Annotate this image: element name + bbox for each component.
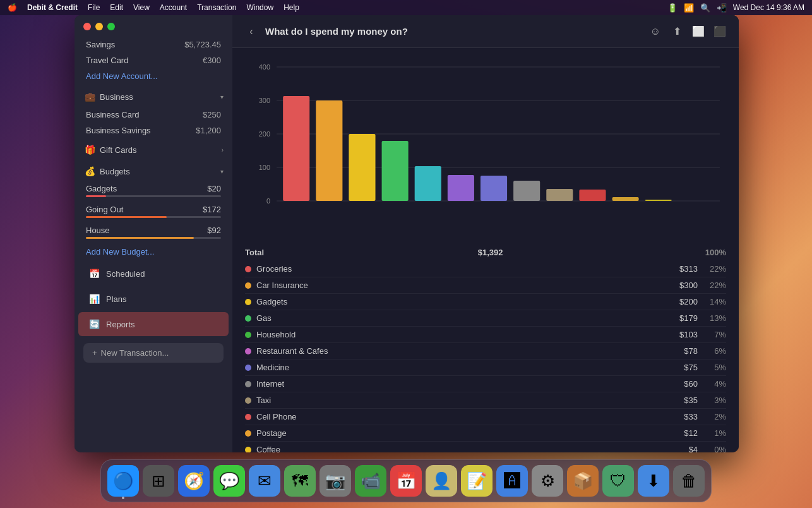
sidebar: Savings $5,723.45 Travel Card €300 Add N… (75, 15, 232, 452)
menu-file[interactable]: File (88, 3, 100, 12)
legend-total-row: Total $1,392 100% (245, 244, 726, 261)
dock-icon-safari[interactable]: 🧭 (178, 465, 210, 497)
emoji-button[interactable]: ☺ (647, 23, 664, 40)
legend-section: Total $1,392 100% Groceries $313 22% Car… (245, 244, 726, 452)
legend-amount: $179 (654, 313, 698, 323)
bar-chart: 400 300 200 100 0 (245, 54, 726, 231)
total-label: Total (245, 248, 264, 257)
plus-icon: + (92, 348, 97, 358)
travel-card-account[interactable]: Travel Card €300 (75, 52, 232, 68)
app-name[interactable]: Debit & Credit (27, 3, 78, 12)
business-section: 💼 Business ▾ Business Card $250 Business… (75, 85, 232, 140)
dock-icon-finder[interactable]: 🔵 (107, 465, 139, 497)
legend-dot (245, 430, 251, 437)
dock-icon-messages[interactable]: 💬 (213, 465, 245, 497)
legend-label-group: Taxi (245, 396, 654, 405)
minimize-button[interactable] (95, 23, 103, 30)
menubar-left: 🍎 Debit & Credit File Edit View Account … (8, 3, 299, 12)
chart-svg: 400 300 200 100 0 (245, 54, 726, 231)
svg-rect-19 (579, 190, 606, 201)
dock-icon-facetime[interactable]: 📹 (355, 465, 386, 497)
dock: 🔵⊞🧭💬✉🗺📷📹📅👤📝🅰⚙📦🛡⬇🗑 (0, 456, 812, 508)
legend-label-group: Postage (245, 428, 654, 438)
dock-icon-downloads[interactable]: ⬇ (638, 465, 669, 497)
svg-rect-12 (349, 134, 375, 201)
svg-rect-14 (415, 166, 441, 201)
legend-pct: 22% (698, 281, 726, 290)
plans-icon: 📊 (87, 292, 101, 306)
business-icon: 💼 (83, 90, 96, 103)
legend-label-group: Gas (245, 313, 654, 323)
going-out-budget[interactable]: Going Out $172 (75, 202, 232, 223)
dock-icon-system-preferences[interactable]: ⚙ (532, 465, 563, 497)
add-budget-link[interactable]: Add New Budget... (75, 244, 232, 260)
main-content: ‹ What do I spend my money on? ☺ ⬆ ⬜ ⬛ (232, 15, 739, 452)
menu-transaction[interactable]: Transaction (197, 3, 236, 12)
svg-text:200: 200 (259, 130, 270, 138)
svg-rect-21 (645, 200, 672, 201)
menu-edit[interactable]: Edit (110, 3, 123, 12)
new-transaction-button[interactable]: + New Transaction... (83, 343, 224, 363)
dock-icon-calendar[interactable]: 📅 (390, 465, 422, 497)
savings-account[interactable]: Savings $5,723.45 (75, 37, 232, 52)
legend-pct: 2% (698, 412, 726, 421)
business-chevron: ▾ (220, 94, 224, 100)
dock-icon-appstore[interactable]: 🅰 (496, 465, 528, 497)
svg-rect-11 (316, 100, 342, 201)
legend-dot (245, 381, 251, 387)
svg-rect-17 (513, 181, 540, 201)
back-button[interactable]: ‹ (242, 23, 260, 40)
budgets-header[interactable]: 💰 Budgets ▾ (75, 161, 232, 181)
apple-menu[interactable]: 🍎 (8, 3, 17, 12)
share-button[interactable]: ⬆ (668, 23, 686, 40)
gift-cards-header[interactable]: 🎁 Gift Cards › (75, 140, 232, 160)
sidebar-item-scheduled[interactable]: 📅 Scheduled (78, 262, 229, 286)
dock-icon-maps[interactable]: 🗺 (284, 465, 316, 497)
legend-name: Medicine (256, 363, 289, 372)
dock-icon-launchpad[interactable]: ⊞ (143, 465, 174, 497)
menu-account[interactable]: Account (160, 3, 187, 12)
dock-icon-airdrop[interactable]: 📦 (567, 465, 599, 497)
gift-cards-left: 🎁 Gift Cards (83, 143, 137, 156)
close-button[interactable] (83, 23, 91, 30)
legend-name: Gadgets (256, 297, 287, 306)
toolbar-left: ‹ What do I spend my money on? (242, 23, 408, 40)
legend-row: Medicine $75 5% (245, 360, 726, 376)
legend-amount: $35 (654, 396, 698, 405)
sidebar-item-plans[interactable]: 📊 Plans (78, 287, 229, 311)
going-out-label: Going Out (86, 205, 123, 214)
reports-icon: 🔄 (87, 317, 101, 331)
print-button[interactable]: ⬜ (690, 23, 707, 40)
menu-help[interactable]: Help (284, 3, 299, 12)
legend-label-group: Gadgets (245, 297, 654, 306)
app-window: Savings $5,723.45 Travel Card €300 Add N… (75, 15, 739, 452)
gift-cards-icon: 🎁 (83, 143, 96, 156)
legend-label-group: Cell Phone (245, 412, 654, 421)
dock-icon-contacts[interactable]: 👤 (426, 465, 457, 497)
business-savings-account[interactable]: Business Savings $1,200 (75, 123, 232, 138)
legend-dot (245, 266, 251, 272)
legend-name: Postage (256, 428, 287, 438)
add-account-link[interactable]: Add New Account... (75, 68, 232, 84)
business-card-account[interactable]: Business Card $250 (75, 107, 232, 123)
legend-pct: 14% (698, 297, 726, 306)
business-group-header[interactable]: 💼 Business ▾ (75, 87, 232, 107)
maximize-button[interactable] (107, 23, 115, 30)
legend-amount: $78 (654, 346, 698, 356)
house-value: $92 (207, 226, 221, 235)
dock-icon-adguard[interactable]: 🛡 (602, 465, 634, 497)
dock-icon-mail[interactable]: ✉ (249, 465, 280, 497)
dock-icon-photos[interactable]: 📷 (319, 465, 351, 497)
menu-window[interactable]: Window (246, 3, 273, 12)
layout-button[interactable]: ⬛ (711, 23, 729, 40)
gadgets-budget[interactable]: Gadgets $20 (75, 181, 232, 202)
dock-icon-notes[interactable]: 📝 (461, 465, 493, 497)
business-savings-label: Business Savings (86, 126, 151, 135)
legend-name: Internet (256, 379, 284, 389)
sidebar-item-reports[interactable]: 🔄 Reports (78, 312, 229, 336)
dock-icon-trash[interactable]: 🗑 (673, 465, 705, 497)
house-budget[interactable]: House $92 (75, 223, 232, 244)
menubar-right: 🔋 📶 🔍 📲 Wed Dec 14 9:36 AM (667, 3, 804, 13)
menu-view[interactable]: View (133, 3, 150, 12)
legend-rows: Groceries $313 22% Car Insurance $300 22… (245, 261, 726, 452)
